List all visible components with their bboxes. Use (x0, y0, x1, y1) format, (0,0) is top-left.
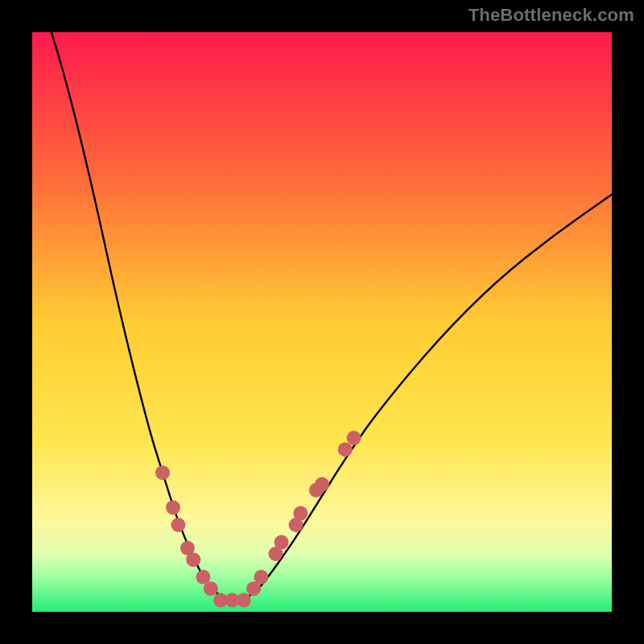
highlight-dot (254, 570, 268, 584)
highlight-dot (293, 506, 308, 521)
highlight-dot (275, 535, 289, 550)
highlight-dot (237, 593, 251, 608)
highlight-dots (155, 431, 361, 608)
watermark-text: TheBottleneck.com (469, 5, 634, 26)
highlight-dot (171, 518, 185, 532)
highlight-dot (186, 552, 200, 567)
plot-area (32, 32, 612, 612)
chart-stage: TheBottleneck.com (0, 0, 644, 644)
curve-layer (32, 32, 612, 612)
highlight-dot (155, 465, 170, 480)
highlight-dot (166, 500, 180, 514)
highlight-dot (338, 442, 353, 456)
highlight-dot (204, 581, 218, 596)
highlight-dot (347, 431, 361, 445)
bottleneck-curve (32, 32, 612, 601)
highlight-dot (315, 477, 329, 492)
